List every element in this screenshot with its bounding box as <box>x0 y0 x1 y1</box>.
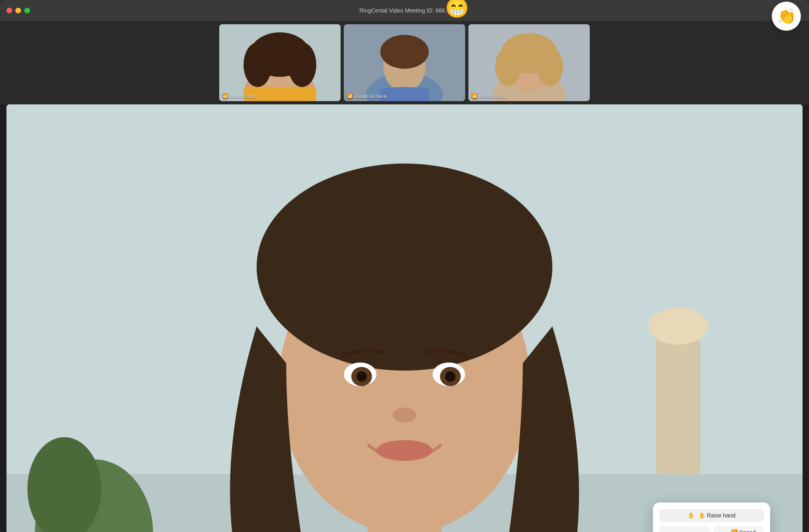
close-button[interactable] <box>6 8 12 13</box>
participant-name-2: 📶Ronald Richards <box>347 93 387 99</box>
participant-video-1 <box>219 24 341 101</box>
svg-point-26 <box>256 163 552 371</box>
app-window: RingCental Video Meeting ID: 666... 😁 👏 <box>0 0 809 532</box>
raise-hand-label: ✋ Raise hand <box>699 512 736 519</box>
titlebar: RingCental Video Meeting ID: 666... 😁 👏 <box>0 0 809 21</box>
thumbnail-2[interactable]: 📶Ronald Richards <box>344 24 465 101</box>
svg-point-32 <box>445 371 456 382</box>
svg-point-5 <box>288 42 316 87</box>
speed-up-button[interactable]: ⏩ ⏩ Speed up <box>714 526 764 532</box>
speed-row: ⏪ Slow down ⏩ ⏩ Speed up <box>659 526 764 532</box>
svg-point-34 <box>377 440 433 461</box>
clap-emoji-button[interactable]: 👏 <box>772 2 801 31</box>
maximize-button[interactable] <box>24 8 30 13</box>
participant-video-3 <box>468 24 590 101</box>
speed-up-label: ⏩ Speed up <box>729 529 758 532</box>
raise-hand-button[interactable]: ✋ ✋ Raise hand <box>659 509 764 522</box>
svg-point-4 <box>244 42 272 87</box>
reactions-popup: ✋ ✋ Raise hand ⏪ Slow down ⏩ ⏩ Speed up <box>653 502 770 532</box>
svg-point-33 <box>393 407 416 422</box>
main-video-bg <box>6 104 803 532</box>
svg-rect-19 <box>656 326 700 474</box>
participant-name-1: 📶Jeane Wilson <box>222 93 256 99</box>
participant-video-2 <box>344 24 465 101</box>
svg-point-15 <box>495 47 521 86</box>
traffic-lights <box>6 8 30 13</box>
svg-point-10 <box>380 35 429 69</box>
thumbnails-row: 📶Jeane Wilson 📶Ronald Ri <box>0 21 809 104</box>
svg-point-16 <box>537 47 563 86</box>
thumbnail-1[interactable]: 📶Jeane Wilson <box>219 24 341 101</box>
main-video: 📶 🎤 Jane Cooper ✋ ✋ Raise hand ⏪ Slow do… <box>6 104 803 532</box>
grin-emoji: 😁 <box>445 0 469 19</box>
minimize-button[interactable] <box>15 8 21 13</box>
video-area: 📶Jeane Wilson 📶Ronald Ri <box>0 21 809 532</box>
slow-down-button[interactable]: ⏪ Slow down <box>659 526 709 532</box>
thumbnail-3[interactable]: 📶Annette Black <box>468 24 590 101</box>
raise-hand-icon: ✋ <box>688 512 695 519</box>
svg-point-20 <box>648 308 707 345</box>
participant-name-3: 📶Annette Black <box>472 93 506 99</box>
window-title: RingCental Video Meeting ID: 666... <box>359 7 449 14</box>
svg-point-31 <box>356 371 367 382</box>
